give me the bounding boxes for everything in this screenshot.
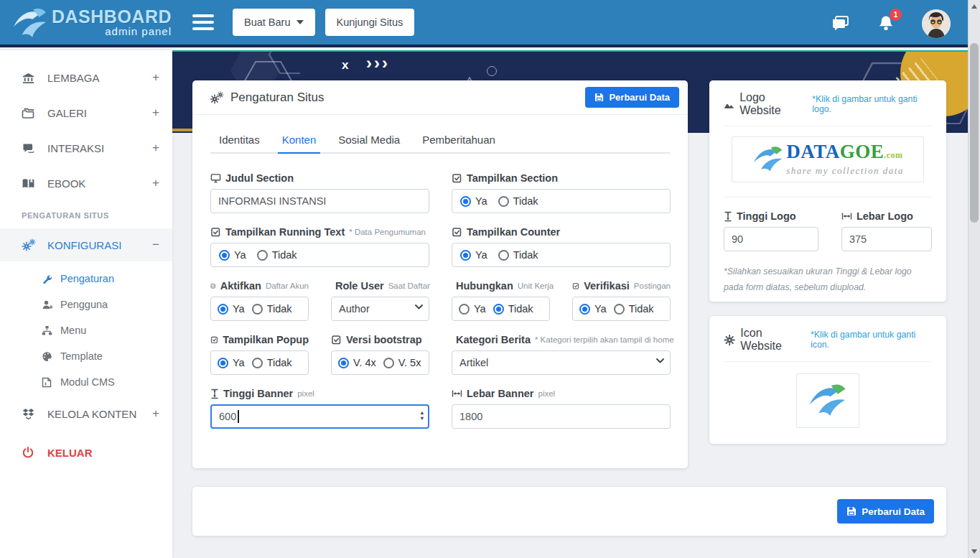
submenu-item-label: Pengguna [60,299,108,310]
messages-icon [831,15,850,32]
radio-v4x[interactable]: V. 4x [338,357,376,368]
lebar-banner-input[interactable] [452,404,671,429]
radio-dot [219,250,230,261]
kunjungi-situs-button[interactable]: Kunjungi Situs [325,9,415,36]
field-label: Tampilkan Section [467,172,558,184]
submenu-item-template[interactable]: Template [0,343,172,369]
logo-website-panel: Logo Website *Klik di gambar untuk ganti… [709,80,946,302]
sidebar-item-label: KONFIGURASI [47,239,121,251]
panel-title: Icon Website [740,327,804,353]
check-square-icon [452,173,462,184]
brand-logo[interactable]: DASHBOARD admin panel [0,0,172,46]
tinggi-banner-input[interactable] [210,404,429,429]
user-gear-icon [42,299,54,310]
radio-tidak[interactable]: Tidak [614,303,654,315]
tab-sosial-media[interactable]: Sosial Media [338,134,400,152]
sidebar-item-lembaga[interactable]: LEMBAGA + [0,61,172,94]
field-sublabel: pixel [297,389,314,398]
radio-tidak[interactable]: Tidak [498,249,538,261]
topbar-actions: 1 [831,0,951,47]
radio-dot [257,250,268,261]
display-icon [210,173,221,183]
field-popup: Tampilkan Popup Ya Tidak [210,333,309,375]
radio-tidak[interactable]: Tidak [257,249,297,261]
radio-dot [460,250,471,261]
radio-ya[interactable]: Ya [218,357,245,368]
logo-note: *Silahkan sesuaikan ukuran Tinggi & Leba… [724,264,932,295]
field-label: Lebar Logo [857,210,913,222]
scroll-down-arrow[interactable] [969,546,980,557]
sidebar-item-ebook[interactable]: EBOOK + [0,167,172,200]
submenu-item-modul-cms[interactable]: Modul CMS [0,369,172,395]
submenu-item-menu[interactable]: Menu [0,317,172,343]
user-avatar[interactable] [922,9,951,38]
field-sublabel: pixel [538,389,555,398]
tab-konten[interactable]: Konten [282,134,317,152]
tab-pemberitahuan[interactable]: Pemberitahuan [422,134,495,152]
bird-logo-icon [752,144,785,175]
radio-ya[interactable]: Ya [579,303,607,315]
expand-icon: + [152,141,159,155]
field-tinggi-banner: Tinggi Banner pixel ▴▾ [210,386,429,429]
messages-button[interactable] [831,15,850,32]
top-navbar: DASHBOARD admin panel Buat Baru Kunjungi… [0,0,968,47]
notifications-button[interactable]: 1 [877,14,895,33]
radio-tidak[interactable]: Tidak [252,357,292,368]
panel-hint: *Klik di gambar untuk ganti icon. [811,330,932,350]
buat-baru-button[interactable]: Buat Baru [233,9,315,36]
radio-ya[interactable]: Ya [460,249,487,261]
width-arrows-icon [452,389,462,398]
sidebar-item-konfigurasi[interactable]: KONFIGURASI − [0,228,172,261]
radio-ya[interactable]: Ya [218,303,245,315]
radio-tidak[interactable]: Tidak [498,195,538,207]
field-label: Tampilkan Counter [467,226,560,238]
lebar-logo-input[interactable] [841,227,932,251]
tinggi-banner-wrap: ▴▾ [210,404,429,429]
radio-ya[interactable]: Ya [219,249,246,261]
scroll-up-arrow[interactable] [969,1,980,12]
submenu-item-pengaturan[interactable]: Pengaturan [0,266,172,292]
role-user-select[interactable]: Author [331,297,429,321]
site-icon-image[interactable] [796,373,859,428]
expand-icon: + [152,106,159,120]
brand-text: DASHBOARD admin panel [52,8,172,37]
number-spinner[interactable]: ▴▾ [421,408,424,422]
role-user-select-wrap: Author [331,297,429,321]
gears-icon [22,238,36,251]
save-icon [846,506,857,516]
field-label: Versi bootstrap [346,334,422,345]
menu-toggle-icon[interactable] [192,14,214,30]
radio-tidak[interactable]: Tidak [493,303,533,315]
chat-icon [22,142,36,154]
avatar-image [922,9,951,38]
submenu-item-label: Template [60,350,103,362]
site-logo-image[interactable]: DATAGOE.com share my collection data [732,136,924,182]
tinggi-logo-input[interactable] [724,227,818,251]
icon-website-panel: Icon Website *Klik di gambar untuk ganti… [709,316,946,444]
sidebar-item-keluar[interactable]: KELUAR [0,436,172,469]
radio-ya[interactable]: Ya [460,195,487,207]
update-data-button-footer[interactable]: Perbarui Data [837,499,934,524]
sidebar-item-interaksi[interactable]: INTERAKSI + [0,131,172,164]
field-label: Verifikasi [584,280,630,292]
logo-word-goe: GOE [840,141,885,162]
settings-card-header: Pengaturan Situs Perbarui Data [192,80,688,115]
sidebar-item-kelola-konten[interactable]: KELOLA KONTEN + [0,397,172,430]
judul-section-input[interactable] [210,189,429,213]
radio-tidak[interactable]: Tidak [252,303,292,315]
radio-v5x[interactable]: V. 5x [383,357,421,368]
running-text-radios: Ya Tidak [210,243,429,267]
logo-tld: .com [884,150,902,160]
field-label: Tampilkan Popup [223,334,309,345]
sidebar-item-galeri[interactable]: GALERI + [0,96,172,129]
scrollbar-thumb[interactable] [970,43,979,223]
submenu-item-pengguna[interactable]: Pengguna [0,292,172,317]
submenu-item-label: Modul CMS [60,376,115,388]
tab-identitas[interactable]: Identitas [219,134,260,152]
field-sublabel: Postingan [634,282,671,290]
logo-word-data: DATA [786,141,840,162]
kategori-select[interactable]: Artikel [452,350,671,375]
height-arrows-icon [724,211,732,222]
update-data-button[interactable]: Perbarui Data [585,87,679,108]
radio-ya[interactable]: Ya [459,303,486,315]
